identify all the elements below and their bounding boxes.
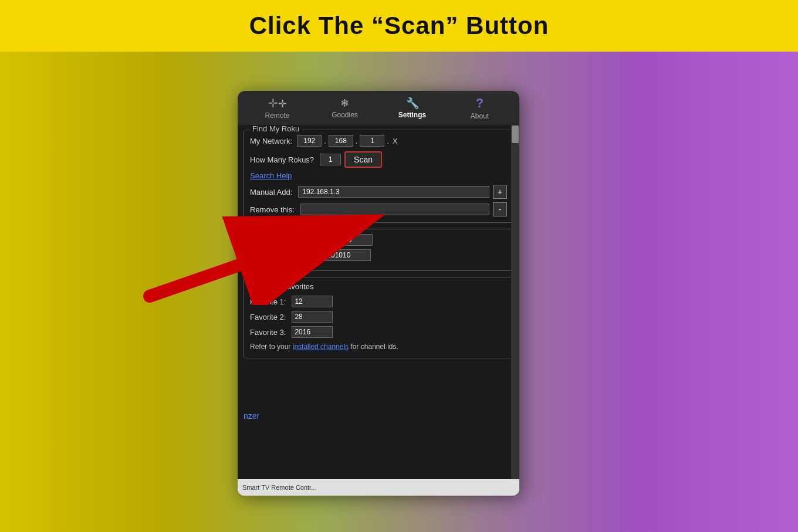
find-roku-section: Find My Roku My Network: . . . X How Man… (244, 130, 513, 223)
ip-dot2: . (356, 137, 358, 145)
tab-about[interactable]: ? About (446, 91, 513, 125)
how-many-input[interactable] (320, 154, 341, 165)
tab-about-label: About (471, 112, 489, 120)
status-text: Smart TV Remote Contr... (242, 484, 316, 491)
bg-color-label: Background Color: # (250, 236, 320, 245)
minus-button[interactable]: - (493, 202, 507, 216)
ip-x-label: X (393, 137, 398, 145)
refer-text-end: for channel ids. (350, 343, 398, 351)
remove-row: Remove this: - (250, 202, 507, 216)
ip-dot1: . (324, 137, 326, 145)
installed-channels-link[interactable]: installed channels (293, 343, 349, 351)
fav3-row: Favorite 3: (250, 326, 507, 338)
bg-color-row: Background Color: # (250, 234, 507, 246)
page-title: Click The “Scan” Button (249, 12, 549, 40)
scrollbar-thumb[interactable] (512, 126, 519, 143)
colors-legend: Colors (250, 223, 277, 232)
how-many-label: How Many Rokus? (250, 155, 314, 164)
remove-label: Remove this: (250, 205, 295, 214)
show-favorites-checkbox[interactable] (250, 283, 258, 290)
fav2-input[interactable] (292, 311, 333, 323)
show-favorites-label: Show Favorites (261, 282, 314, 291)
snowflake-icon: ❄ (340, 97, 349, 110)
favorites-section: Favorites Show Favorites Favorite 1: Fav… (244, 277, 513, 358)
scan-button[interactable]: Scan (344, 151, 382, 168)
bg-color-input[interactable] (326, 234, 373, 246)
tab-remote-label: Remote (265, 111, 289, 120)
fav1-row: Favorite 1: (250, 296, 507, 307)
settings-content: Find My Roku My Network: . . . X How Man… (238, 125, 519, 479)
fav2-row: Favorite 2: (250, 311, 507, 323)
fav1-label: Favorite 1: (250, 297, 286, 306)
tab-goodies[interactable]: ❄ Goodies (311, 91, 378, 125)
ip-dot3: . (387, 137, 389, 145)
refer-text-start: Refer to your (250, 343, 290, 351)
plus-button[interactable]: + (493, 185, 507, 199)
ip-part1-input[interactable] (297, 135, 322, 147)
remove-input[interactable] (300, 204, 489, 215)
arrows-icon: ✛ (268, 96, 287, 110)
app-window: ✛ Remote ❄ Goodies 🔧 Settings ? About Fi… (238, 91, 519, 496)
find-roku-legend: Find My Roku (250, 125, 302, 133)
network-label: My Network: (250, 137, 292, 145)
top-banner: Click The “Scan” Button (0, 0, 798, 52)
manual-add-input[interactable] (298, 186, 489, 198)
colors-section: Colors Background Color: # Foreground Co… (244, 229, 513, 271)
refer-text: Refer to your installed channels for cha… (250, 341, 507, 352)
status-bar: Smart TV Remote Contr... (238, 479, 519, 496)
tab-goodies-label: Goodies (332, 111, 358, 119)
network-row: My Network: . . . X (250, 135, 507, 147)
fg-color-input[interactable] (324, 249, 371, 261)
show-favorites-row: Show Favorites (250, 282, 507, 291)
ip-part3-input[interactable] (360, 135, 384, 147)
tab-settings[interactable]: 🔧 Settings (378, 91, 446, 125)
scrollbar-track[interactable] (511, 125, 519, 479)
fg-color-row: Foreground Color: # (250, 249, 507, 261)
search-help-link[interactable]: Search Help (250, 171, 507, 180)
tab-bar: ✛ Remote ❄ Goodies 🔧 Settings ? About (238, 91, 519, 125)
fg-color-label: Foreground Color: # (250, 251, 318, 260)
question-icon: ? (476, 96, 483, 111)
nzer-text: nzer (244, 411, 259, 421)
wrench-icon: 🔧 (406, 97, 419, 110)
manual-add-label: Manual Add: (250, 188, 292, 196)
fav3-input[interactable] (292, 326, 333, 338)
fav1-input[interactable] (292, 296, 333, 307)
tab-settings-label: Settings (398, 111, 426, 119)
favorites-legend: Favorites (250, 272, 286, 280)
how-many-row: How Many Rokus? Scan (250, 151, 507, 168)
manual-add-row: Manual Add: + (250, 185, 507, 199)
tab-remote[interactable]: ✛ Remote (244, 91, 311, 125)
fav3-label: Favorite 3: (250, 328, 286, 337)
fav2-label: Favorite 2: (250, 313, 286, 321)
ip-part2-input[interactable] (329, 135, 353, 147)
